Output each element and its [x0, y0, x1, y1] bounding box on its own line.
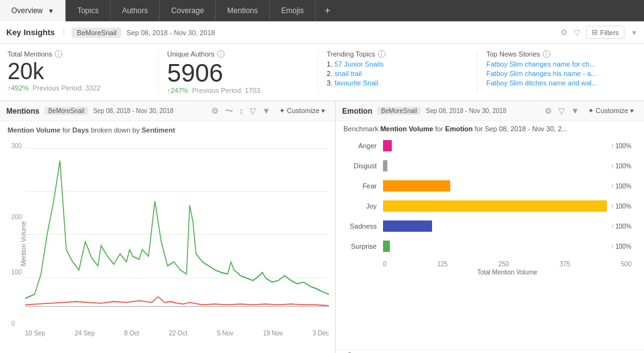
- line-chart-icon[interactable]: 〜: [224, 104, 235, 118]
- filter-tag[interactable]: BeMoreSnail: [72, 28, 121, 38]
- total-mentions-info[interactable]: i: [55, 50, 62, 58]
- nav-tab-topics[interactable]: Topics: [66, 0, 111, 21]
- chart-legend: Negative Neutral Positive: [0, 350, 335, 353]
- total-mentions-prev: Previous Period: 3322: [33, 84, 101, 92]
- mentions-customize-button[interactable]: ✦ Customize ▾: [275, 106, 329, 116]
- bar-fill-fear: [383, 180, 450, 192]
- benchmark-note: Jun 16, 2018 - Sep 07, 2018 total Mentio…: [336, 349, 644, 353]
- bar-label-sadness: Sadness: [348, 222, 383, 230]
- emotion-customize-button[interactable]: ✦ Customize ▾: [584, 106, 638, 116]
- filter-icon[interactable]: ▽: [574, 28, 580, 37]
- emotion-panel-title: Emotion: [342, 107, 372, 116]
- topic-link-1[interactable]: 57 Junior Snails: [335, 60, 384, 68]
- second-bar-actions: ⚙ ▽ ⊟ Filters ▼: [560, 26, 638, 39]
- mentions-panel-title: Mentions: [6, 107, 40, 116]
- chevron-down-icon: ▾: [321, 107, 325, 115]
- mentions-panel-date: Sep 08, 2018 - Nov 30, 2018: [93, 107, 174, 114]
- unique-authors-prev: Previous Period: 1703: [192, 87, 260, 94]
- x-axis-labels: 10 Sep 24 Sep 8 Oct 22 Oct 5 Nov 19 Nov …: [25, 330, 329, 337]
- emotion-bar-chart: Anger ↑100% Disgust ↑100% Fear: [336, 134, 644, 349]
- x-label-22oct: 22 Oct: [169, 330, 187, 337]
- top-news-label: Top News Stories i: [486, 50, 628, 58]
- bar-joy: [383, 200, 607, 212]
- nav-tab-overview[interactable]: Overview ▼: [0, 0, 66, 21]
- x-label-500: 500: [621, 261, 631, 268]
- bar-chart-icon[interactable]: ↕: [238, 105, 245, 117]
- x-label-375: 375: [560, 261, 570, 268]
- bar-pct-joy: ↑100%: [611, 203, 631, 210]
- total-mentions-label: Total Mentions i: [8, 50, 149, 58]
- list-item[interactable]: Fatboy Slim changes name for ch...: [486, 60, 628, 68]
- chevron-down-icon[interactable]: ▼: [570, 105, 580, 117]
- unique-authors-change: ↑247%: [167, 87, 189, 94]
- nav-tab-coverage[interactable]: Coverage: [160, 0, 216, 21]
- filter-icon[interactable]: ▽: [557, 105, 566, 117]
- y-label-0: 0: [11, 320, 15, 327]
- bar-row-fear: Fear ↑100%: [348, 180, 631, 192]
- top-news-block: Top News Stories i Fatboy Slim changes n…: [477, 50, 636, 94]
- line-chart-svg: [25, 136, 329, 323]
- stats-row: Total Mentions i 20k ↑492% Previous Peri…: [0, 44, 644, 101]
- nav-tab-mentions[interactable]: Mentions: [216, 0, 270, 21]
- bar-anger: [383, 140, 607, 151]
- nav-tab-authors[interactable]: Authors: [111, 0, 160, 21]
- list-item: 3. favourite Snail: [327, 79, 469, 87]
- filters-button[interactable]: ⊟ Filters: [586, 26, 625, 39]
- x-label-10sep: 10 Sep: [25, 330, 45, 337]
- list-item[interactable]: Fatboy Slim changes his name - a...: [486, 70, 628, 77]
- list-item[interactable]: Fatboy Slim ditches name and wal...: [486, 79, 628, 87]
- bar-surprise: [383, 241, 607, 252]
- bar-sadness: [383, 220, 607, 232]
- unique-authors-info[interactable]: i: [217, 50, 225, 58]
- mentions-panel-tag[interactable]: BeMoreSnail: [45, 107, 88, 115]
- bar-pct-surprise: ↑100%: [611, 243, 631, 250]
- bar-label-fear: Fear: [348, 182, 383, 190]
- total-mentions-block: Total Mentions i 20k ↑492% Previous Peri…: [8, 50, 158, 94]
- filter-funnel-icon: ⊟: [592, 28, 597, 36]
- chevron-down-icon: ▾: [630, 107, 634, 115]
- top-news-info[interactable]: i: [543, 50, 550, 58]
- unique-authors-label: Unique Authors i: [167, 50, 309, 58]
- add-tab-button[interactable]: +: [316, 0, 339, 21]
- filter-icon[interactable]: ▽: [248, 105, 257, 117]
- unique-authors-value: 5906: [167, 60, 223, 85]
- settings-icon[interactable]: ⚙: [560, 28, 568, 37]
- settings-icon[interactable]: ⚙: [210, 105, 220, 117]
- list-item: 1. 57 Junior Snails: [327, 60, 469, 68]
- bar-pct-disgust: ↑100%: [611, 163, 631, 170]
- trending-topics-list: 1. 57 Junior Snails 2. snail trail 3. fa…: [327, 60, 469, 87]
- x-label-5nov: 5 Nov: [217, 330, 233, 337]
- bar-fill-anger: [383, 140, 392, 151]
- emotion-chart-subtitle: Benchmark Mention Volume for Emotion for…: [336, 121, 644, 134]
- settings-icon[interactable]: ⚙: [543, 105, 553, 117]
- bottom-section: Mentions BeMoreSnail Sep 08, 2018 - Nov …: [0, 101, 644, 353]
- bar-label-disgust: Disgust: [348, 162, 383, 170]
- bar-row-anger: Anger ↑100%: [348, 140, 631, 151]
- bar-label-joy: Joy: [348, 202, 383, 210]
- x-label-24sep: 24 Sep: [75, 330, 95, 337]
- total-mentions-value: 20k: [8, 60, 44, 83]
- mentions-chart-area: Mention Volume 300 200 100 0: [0, 136, 335, 350]
- nav-tab-emojis[interactable]: Emojis: [270, 0, 316, 21]
- bar-fill-disgust: [383, 160, 387, 171]
- bar-row-surprise: Surprise ↑100%: [348, 241, 631, 252]
- topic-link-3[interactable]: favourite Snail: [335, 79, 379, 87]
- chevron-down-icon[interactable]: ▼: [261, 105, 272, 117]
- topic-link-2[interactable]: snail trail: [335, 70, 362, 77]
- bar-row-sadness: Sadness ↑100%: [348, 220, 631, 232]
- bar-fill-joy: [383, 200, 607, 212]
- bar-fill-sadness: [383, 220, 432, 232]
- overview-label: Overview: [11, 6, 43, 15]
- x-label-125: 125: [437, 261, 448, 268]
- y-label-100: 100: [11, 269, 22, 276]
- bar-fill-surprise: [383, 241, 390, 252]
- total-mentions-change: ↑492%: [8, 84, 29, 92]
- trending-topics-info[interactable]: i: [378, 50, 386, 58]
- emotion-x-axis-title: Total Mention Volume: [348, 269, 631, 276]
- bar-fear: [383, 180, 607, 192]
- chevron-down-icon[interactable]: ▼: [631, 29, 638, 36]
- top-news-list: Fatboy Slim changes name for ch... Fatbo…: [486, 60, 628, 87]
- emotion-panel-tag[interactable]: BeMoreSnail: [377, 107, 421, 115]
- list-item: 2. snail trail: [327, 70, 469, 77]
- y-label-300: 300: [11, 143, 22, 149]
